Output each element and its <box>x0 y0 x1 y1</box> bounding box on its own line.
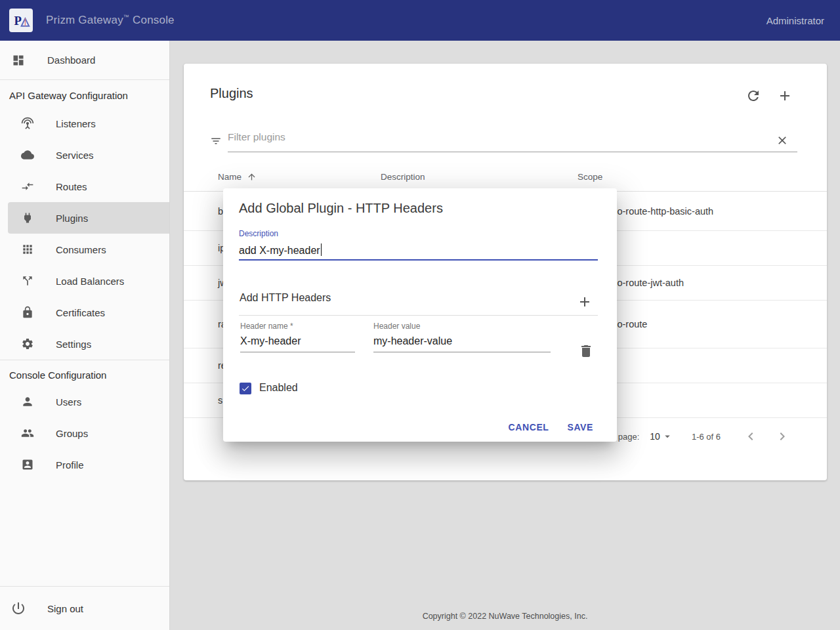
cancel-button[interactable]: CANCEL <box>509 422 549 432</box>
add-http-headers-label: Add HTTP Headers <box>240 292 331 304</box>
clear-filter-icon[interactable] <box>776 134 789 147</box>
next-page-button[interactable] <box>774 429 790 444</box>
header-value-label: Header value <box>373 322 420 331</box>
cloud-icon <box>21 148 34 161</box>
add-plugin-button[interactable] <box>777 88 793 104</box>
description-input[interactable]: add X-my-header <box>239 243 322 257</box>
sidebar-item-consumers[interactable]: Consumers <box>0 234 169 265</box>
previous-page-button[interactable] <box>743 429 759 444</box>
column-header-name[interactable]: Name <box>184 172 381 182</box>
section-api-gateway-configuration: API Gateway Configuration <box>0 80 169 108</box>
sidebar-item-dashboard[interactable]: Dashboard <box>0 41 169 79</box>
sidebar-item-listeners[interactable]: Listeners <box>0 108 169 139</box>
people-icon <box>21 427 34 440</box>
filter-plugins-input[interactable] <box>228 131 753 143</box>
header-value-input[interactable] <box>373 335 551 352</box>
add-header-row-button[interactable] <box>577 294 593 310</box>
text-cursor <box>321 243 322 256</box>
dropdown-arrow-icon <box>662 430 673 442</box>
sort-ascending-icon <box>247 172 257 182</box>
person-icon <box>21 395 34 408</box>
filter-icon <box>210 135 222 147</box>
header-name-input[interactable] <box>240 335 355 352</box>
sidebar-item-groups[interactable]: Groups <box>0 417 169 449</box>
top-app-bar: P Prizm Gateway™ Console Administrator <box>0 0 840 41</box>
app-title: Prizm Gateway™ Console <box>46 14 175 27</box>
dashboard-icon <box>12 54 25 67</box>
sidebar-item-services[interactable]: Services <box>0 139 169 171</box>
sidebar-item-settings[interactable]: Settings <box>0 328 169 360</box>
svg-text:P: P <box>14 14 22 28</box>
check-icon <box>241 384 250 393</box>
page-title: Plugins <box>210 86 253 101</box>
delete-header-row-button[interactable] <box>578 343 594 359</box>
prizm-logo-icon: P <box>12 11 30 30</box>
sign-out-button[interactable]: Sign out <box>0 586 169 630</box>
page-range-label: 1-6 of 6 <box>692 432 721 442</box>
dialog-actions: CANCEL SAVE <box>509 422 593 432</box>
description-underline <box>239 259 598 261</box>
prizm-logo: P <box>9 9 33 32</box>
sidebar-item-plugins[interactable]: Plugins <box>8 202 169 234</box>
user-menu[interactable]: Administrator <box>766 15 824 26</box>
section-divider <box>239 315 598 316</box>
sidebar: Dashboard API Gateway Configuration List… <box>0 41 170 630</box>
sidebar-item-routes[interactable]: Routes <box>0 171 169 202</box>
antenna-icon <box>21 117 34 130</box>
contact-card-icon <box>21 458 34 471</box>
column-header-description[interactable]: Description <box>381 172 578 182</box>
filter-underline <box>228 152 797 152</box>
refresh-button[interactable] <box>746 88 761 104</box>
dialog-title: Add Global Plugin - HTTP Headers <box>239 201 443 216</box>
copyright-footer: Copyright © 2022 NuWave Technologies, In… <box>170 612 840 621</box>
header-name-label: Header name * <box>240 322 293 331</box>
compare-arrows-icon <box>21 180 34 193</box>
column-header-scope[interactable]: Scope <box>578 172 827 182</box>
gear-icon <box>21 337 34 350</box>
save-button[interactable]: SAVE <box>568 422 594 432</box>
call-split-icon <box>21 274 34 287</box>
section-console-configuration: Console Configuration <box>0 360 169 386</box>
sidebar-item-users[interactable]: Users <box>0 386 169 417</box>
page-size-select[interactable]: 10 <box>650 430 673 442</box>
power-icon <box>10 600 26 616</box>
sidebar-item-certificates[interactable]: Certificates <box>0 297 169 328</box>
apps-grid-icon <box>21 243 34 256</box>
enabled-checkbox[interactable] <box>240 383 251 394</box>
table-header: Name Description Scope <box>184 163 827 192</box>
enabled-label: Enabled <box>259 382 298 394</box>
lock-icon <box>21 306 34 319</box>
sidebar-item-load-balancers[interactable]: Load Balancers <box>0 265 169 297</box>
plug-icon <box>21 211 34 224</box>
sidebar-item-profile[interactable]: Profile <box>0 449 169 480</box>
add-plugin-dialog: Add Global Plugin - HTTP Headers Descrip… <box>223 188 617 442</box>
description-field-label: Description <box>239 229 278 238</box>
